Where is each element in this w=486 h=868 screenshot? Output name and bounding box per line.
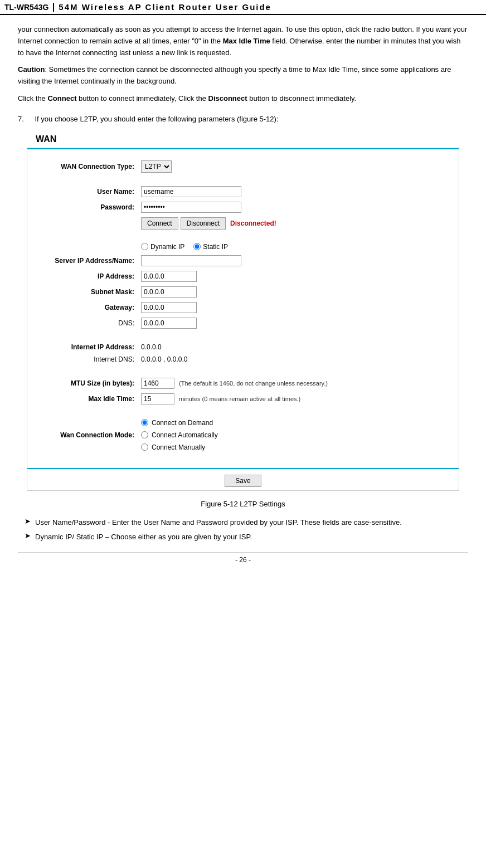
max-idle-time-bold: Max Idle Time [223,37,270,45]
intro-para2-mid: button to connect immediately, Click the [76,94,208,103]
mode-auto-label: Connect Automatically [152,431,218,439]
intro-paragraph-1: your connection automatically as soon as… [18,24,468,58]
internet-ip-value: 0.0.0.0 [141,343,162,351]
user-name-row: User Name: [41,186,445,197]
user-name-label: User Name: [41,188,141,196]
bullet-text-2: Dynamic IP/ Static IP – Choose either as… [35,531,252,543]
ip-type-row: Dynamic IP Static IP [41,243,445,251]
save-row: Save [27,469,459,490]
connect-disconnect-row: Connect Disconnect Disconnected! [41,217,445,230]
disconnect-button[interactable]: Disconnect [181,217,226,230]
disconnect-bold: Disconnect [208,94,247,103]
wan-type-select-wrap[interactable]: L2TP [141,160,172,173]
bullet-2-text: – Choose either as you are given by your… [105,533,252,541]
bullet-arrow-1: ➤ [25,517,31,525]
mode-auto-radio[interactable] [141,431,148,438]
mode-auto-option[interactable]: Connect Automatically [141,431,218,439]
mtu-label: MTU Size (in bytes): [41,379,141,387]
password-label: Password: [41,203,141,211]
dynamic-ip-label: Dynamic IP [150,243,184,251]
mode-demand-label: Connect on Demand [152,419,213,427]
bullet-1-text: Enter the User Name and Password provide… [112,518,402,526]
server-ip-input[interactable] [141,255,241,266]
mode-manual-label: Connect Manually [152,443,205,451]
gateway-input[interactable] [141,302,197,313]
wan-form: WAN Connection Type: L2TP User Name: Pas… [27,149,459,468]
server-ip-row: Server IP Address/Name: [41,255,445,266]
save-button[interactable]: Save [225,475,261,487]
internet-dns-label: Internet DNS: [41,355,141,363]
max-idle-row: Max Idle Time: minutes (0 means remain a… [41,393,445,404]
ip-address-row: IP Address: [41,271,445,282]
section-text: If you choose [35,115,80,123]
internet-dns-value: 0.0.0.0 , 0.0.0.0 [141,355,187,363]
mode-demand-option[interactable]: Connect on Demand [141,419,218,427]
ip-address-input[interactable] [141,271,197,282]
connect-bold: Connect [47,94,76,103]
intro-para2-post: button to disconnect immediately. [247,94,357,103]
section-number: 7. [18,115,24,123]
subnet-mask-label: Subnet Mask: [41,288,141,296]
max-idle-input[interactable] [141,393,174,404]
bullet-2-label: Dynamic IP/ Static IP [35,533,103,541]
wan-mode-label: Wan Connection Mode: [41,431,141,439]
bullet-item-2: ➤ Dynamic IP/ Static IP – Choose either … [18,531,468,543]
wan-connection-type-row: WAN Connection Type: L2TP [41,160,445,173]
bullet-text-1: User Name/Password - Enter the User Name… [35,517,402,529]
wan-mode-options: Connect on Demand Connect Automatically … [141,419,218,451]
bullet-1-label: User Name/Password - [35,518,110,526]
dynamic-ip-radio[interactable] [141,243,148,250]
static-ip-label: Static IP [203,243,228,251]
password-row: Password: [41,202,445,213]
wan-mode-row: Wan Connection Mode: Connect on Demand C… [41,419,445,451]
gateway-label: Gateway: [41,304,141,311]
static-ip-option[interactable]: Static IP [193,243,228,251]
wan-connection-type-select[interactable]: L2TP [141,160,172,173]
gateway-row: Gateway: [41,302,445,313]
page-header: TL-WR543G 54M Wireless AP Client Router … [0,0,486,15]
subnet-mask-input[interactable] [141,286,197,298]
wan-title: WAN [36,134,468,144]
dns-input[interactable] [141,318,197,329]
section-7: 7. If you choose L2TP, you should enter … [18,114,468,125]
main-content: your connection automatically as soon as… [0,15,486,573]
wan-connection-type-label: WAN Connection Type: [41,163,141,170]
connect-button[interactable]: Connect [141,217,178,230]
user-name-input[interactable] [141,186,241,197]
ip-type-radio-group: Dynamic IP Static IP [141,243,228,251]
wan-box: WAN Connection Type: L2TP User Name: Pas… [27,148,459,491]
guide-title: 54M Wireless AP Client Router User Guide [59,2,271,12]
internet-ip-row: Internet IP Address: 0.0.0.0 [41,343,445,351]
l2tp-bold: L2TP [80,115,96,123]
intro-connect-disconnect: Click the Connect button to connect imme… [18,93,468,105]
max-idle-hint: minutes (0 means remain active at all ti… [179,396,300,402]
mode-demand-radio[interactable] [141,419,148,426]
page-number: - 26 - [18,552,468,564]
intro-para2-pre: Click the [18,94,47,103]
max-idle-label: Max Idle Time: [41,395,141,403]
caution-text: : Sometimes the connection cannot be dis… [18,65,451,85]
mode-manual-radio[interactable] [141,443,148,451]
model-name: TL-WR543G [4,3,54,12]
disconnected-status: Disconnected! [230,220,276,227]
password-input[interactable] [141,202,241,213]
internet-ip-label: Internet IP Address: [41,343,141,351]
bullet-arrow-2: ➤ [25,531,31,540]
ip-address-label: IP Address: [41,272,141,280]
dns-label: DNS: [41,319,141,327]
dns-row: DNS: [41,318,445,329]
dynamic-ip-option[interactable]: Dynamic IP [141,243,184,251]
internet-dns-row: Internet DNS: 0.0.0.0 , 0.0.0.0 [41,355,445,363]
server-ip-label: Server IP Address/Name: [41,257,141,265]
mtu-row: MTU Size (in bytes): (The default is 146… [41,378,445,389]
section-text2: , you should enter the following paramet… [96,115,279,123]
bullet-section: ➤ User Name/Password - Enter the User Na… [18,517,468,544]
mtu-input[interactable] [141,378,174,389]
subnet-mask-row: Subnet Mask: [41,286,445,298]
mtu-hint: (The default is 1460, do not change unle… [179,380,328,387]
mode-manual-option[interactable]: Connect Manually [141,443,218,451]
static-ip-radio[interactable] [193,243,201,250]
intro-caution: Caution: Sometimes the connection cannot… [18,64,468,87]
bullet-item-1: ➤ User Name/Password - Enter the User Na… [18,517,468,529]
figure-caption: Figure 5-12 L2TP Settings [18,500,468,508]
